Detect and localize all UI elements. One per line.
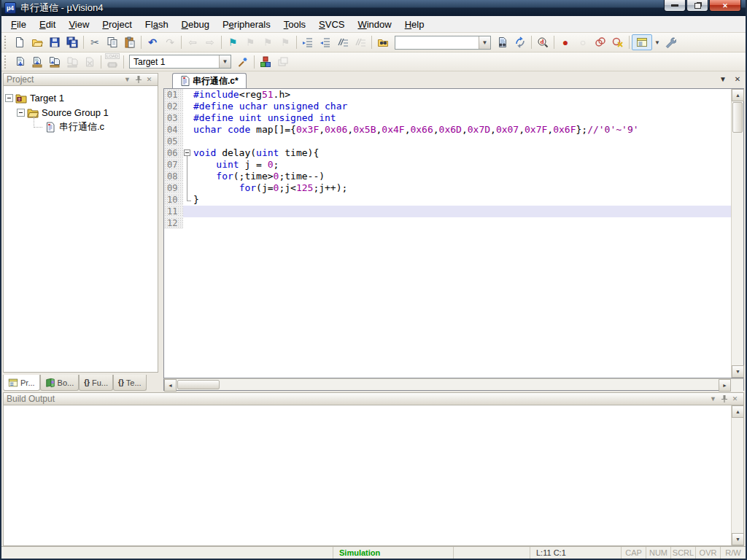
code-text[interactable]: } (192, 194, 731, 206)
tab-project[interactable]: Pr... (3, 375, 40, 391)
close-button[interactable]: ✕ (709, 0, 741, 12)
fold-collapse-box[interactable] (183, 147, 192, 159)
scrollbar-thumb[interactable] (732, 102, 743, 133)
scrollbar-track[interactable] (220, 379, 719, 390)
code-text[interactable]: #include<reg51.h> (192, 89, 731, 101)
app-icon[interactable]: µ4 (4, 2, 16, 14)
find-combobox-dropdown[interactable]: ▼ (479, 36, 490, 49)
menu-flash[interactable]: Flash (139, 17, 175, 32)
uncomment-button[interactable] (352, 34, 369, 50)
code-text[interactable]: uchar code map[]={0x3F,0x06,0x5B,0x4F,0x… (192, 124, 731, 136)
panel-pin-button[interactable] (133, 74, 144, 85)
scroll-down-button[interactable]: ▼ (732, 533, 744, 545)
menu-edit[interactable]: Edit (33, 17, 62, 32)
code-text[interactable]: #define uchar unsigned char (192, 101, 731, 112)
document-tab[interactable]: 串行通信.c* (172, 73, 247, 88)
tab-books[interactable]: ? Bo... (40, 375, 80, 391)
scroll-up-button[interactable]: ▲ (732, 405, 744, 418)
collapse-icon[interactable] (17, 109, 25, 117)
enable-breakpoint-button[interactable]: ○ (574, 34, 592, 50)
scroll-right-button[interactable]: ► (719, 379, 731, 392)
kill-all-breakpoints-button[interactable] (609, 34, 627, 50)
find-button[interactable] (494, 34, 511, 50)
code-text[interactable]: for(;time>0;time--) (192, 171, 731, 182)
next-bookmark-button[interactable]: ⚑ (259, 34, 276, 50)
find-combobox[interactable]: ▼ (395, 36, 491, 50)
tab-functions[interactable]: {} Fu... (79, 375, 113, 391)
paste-button[interactable] (121, 34, 139, 50)
scroll-left-button[interactable]: ◄ (164, 379, 177, 392)
open-button[interactable] (28, 34, 46, 50)
find-in-files-button[interactable] (374, 34, 392, 50)
build-output-content[interactable]: ▲ ▼ (3, 405, 744, 546)
menu-help[interactable]: Help (398, 17, 431, 32)
code-text[interactable] (192, 136, 731, 147)
code-line-10[interactable]: 10} (164, 194, 731, 206)
navigate-back-button[interactable]: ⇦ (184, 34, 201, 50)
disable-all-breakpoints-button[interactable] (592, 34, 609, 50)
menu-project[interactable]: Project (96, 17, 138, 32)
batch-build-button[interactable] (63, 54, 81, 70)
panel-menu-button[interactable]: ▼ (122, 74, 133, 85)
options-for-target-button[interactable] (234, 54, 252, 70)
save-button[interactable] (46, 34, 63, 50)
code-line-03[interactable]: 03#define uint unsigned int (164, 112, 731, 124)
target-select-combobox[interactable]: Target 1 ▼ (129, 55, 231, 69)
new-file-button[interactable] (11, 34, 28, 50)
tree-item-source-file[interactable]: 串行通信.c (5, 120, 156, 134)
insert-breakpoint-button[interactable]: ● (557, 34, 574, 50)
cut-button[interactable]: ✂ (86, 34, 104, 50)
scroll-down-button[interactable]: ▼ (732, 365, 744, 378)
toolbar-grip[interactable] (4, 36, 8, 49)
tree-item-source-group[interactable]: Source Group 1 (5, 105, 156, 120)
target-select-dropdown[interactable]: ▼ (219, 55, 231, 68)
navigate-forward-button[interactable]: ⇨ (201, 34, 219, 50)
close-document-button[interactable]: ✕ (732, 75, 743, 83)
indent-button[interactable] (299, 34, 317, 50)
stop-build-button[interactable] (81, 54, 98, 70)
code-line-07[interactable]: 07 uint j = 0; (164, 159, 731, 171)
code-line-12[interactable]: 12 (164, 217, 731, 229)
code-text[interactable] (192, 217, 731, 229)
incremental-find-button[interactable] (511, 34, 529, 50)
scroll-up-button[interactable]: ▲ (732, 89, 744, 101)
clear-bookmarks-button[interactable]: ⚑ (276, 34, 294, 50)
code-line-11[interactable]: 11 (164, 206, 731, 217)
file-extensions-button[interactable] (274, 54, 292, 70)
code-text[interactable] (192, 206, 731, 217)
minimize-button[interactable] (664, 0, 686, 12)
panel-close-button[interactable]: ✕ (144, 74, 155, 85)
restore-button[interactable] (686, 0, 708, 12)
collapse-icon[interactable] (5, 94, 13, 102)
code-text[interactable]: uint j = 0; (192, 159, 731, 171)
code-line-06[interactable]: 06void delay(uint time){ (164, 147, 731, 159)
window-layout-button[interactable] (632, 34, 652, 50)
panel-close-button[interactable]: ✕ (729, 394, 740, 404)
code-text[interactable]: void delay(uint time){ (192, 147, 731, 159)
scrollbar-track[interactable] (732, 133, 743, 365)
window-layout-dropdown[interactable]: ▼ (652, 34, 662, 50)
tab-templates[interactable]: {} Te... (113, 375, 147, 391)
menu-svcs[interactable]: SVCS (312, 17, 351, 32)
scrollbar-track[interactable] (732, 418, 743, 533)
code-line-05[interactable]: 05 (164, 136, 731, 147)
load-flash-button[interactable]: LOAD (104, 54, 121, 70)
copy-button[interactable] (104, 34, 121, 50)
build-button[interactable] (28, 54, 46, 70)
comment-button[interactable] (334, 34, 352, 50)
configure-button[interactable] (662, 34, 679, 50)
menu-tools[interactable]: Tools (277, 17, 312, 32)
menu-window[interactable]: Window (351, 17, 398, 32)
insert-bookmark-button[interactable]: ⚑ (224, 34, 241, 50)
code-text[interactable]: for(j=0;j<125;j++); (192, 182, 731, 194)
unindent-button[interactable] (317, 34, 334, 50)
code-line-04[interactable]: 04uchar code map[]={0x3F,0x06,0x5B,0x4F,… (164, 124, 731, 136)
prev-bookmark-button[interactable]: ⚑ (241, 34, 259, 50)
save-all-button[interactable] (63, 34, 81, 50)
editor-vertical-scrollbar[interactable]: ▲ ▼ (731, 89, 743, 378)
panel-menu-button[interactable]: ▼ (708, 394, 719, 404)
translate-button[interactable] (11, 54, 28, 70)
document-list-button[interactable]: ▼ (718, 75, 728, 83)
start-debug-button[interactable]: d (534, 34, 551, 50)
code-line-08[interactable]: 08 for(;time>0;time--) (164, 171, 731, 182)
